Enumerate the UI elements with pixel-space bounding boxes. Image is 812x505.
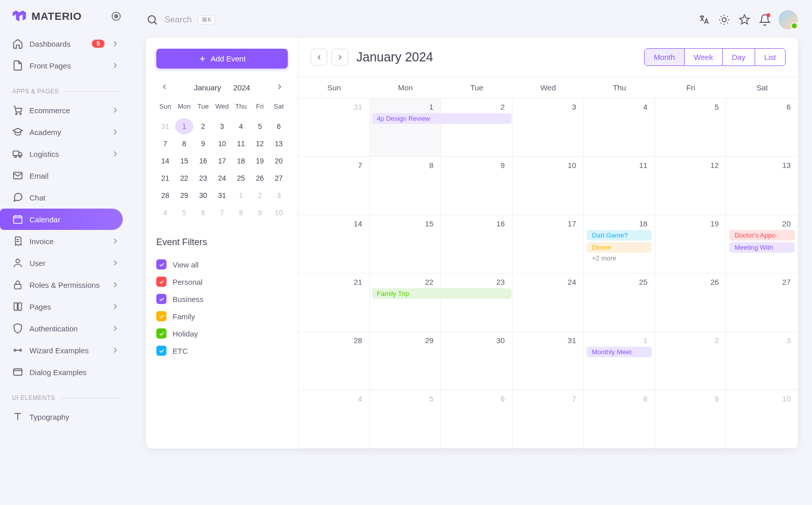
- mini-day[interactable]: 16: [194, 153, 212, 169]
- view-tab-week[interactable]: Week: [684, 49, 722, 65]
- big-date[interactable]: 31: [516, 335, 581, 347]
- mini-day[interactable]: 19: [251, 153, 268, 169]
- mini-day[interactable]: 30: [194, 187, 212, 204]
- big-date[interactable]: 10: [729, 393, 795, 405]
- sidebar-item-email[interactable]: Email: [4, 165, 128, 186]
- sidebar-toggle-icon[interactable]: [112, 12, 121, 21]
- mini-day[interactable]: 27: [270, 170, 288, 186]
- mini-day[interactable]: 9: [251, 205, 268, 221]
- big-date[interactable]: 1: [373, 102, 438, 113]
- sidebar-item-chat[interactable]: Chat: [4, 187, 128, 208]
- big-date[interactable]: 9: [444, 160, 509, 172]
- mini-day[interactable]: 6: [270, 118, 288, 134]
- filter-personal[interactable]: Personal: [156, 273, 288, 290]
- mini-day[interactable]: 9: [194, 136, 212, 152]
- mini-day[interactable]: 22: [175, 170, 193, 186]
- filter-business[interactable]: Business: [156, 290, 288, 308]
- theme-icon[interactable]: [718, 13, 731, 26]
- mini-day[interactable]: 7: [213, 205, 231, 221]
- big-date[interactable]: 19: [658, 218, 723, 230]
- mini-day[interactable]: 11: [232, 136, 250, 152]
- mini-day[interactable]: 26: [251, 170, 268, 186]
- mini-day[interactable]: 1: [175, 118, 193, 134]
- calendar-event[interactable]: Dinner: [587, 242, 652, 253]
- big-date[interactable]: 11: [587, 160, 652, 172]
- sidebar-item-invoice[interactable]: Invoice: [4, 230, 128, 252]
- sidebar-item-authentication[interactable]: Authentication: [4, 318, 128, 339]
- big-date[interactable]: 24: [516, 277, 581, 288]
- mini-day[interactable]: 25: [232, 170, 250, 186]
- mini-day[interactable]: 2: [194, 118, 212, 134]
- mini-day[interactable]: 12: [251, 136, 268, 152]
- mini-day[interactable]: 28: [156, 187, 174, 204]
- big-date[interactable]: 26: [658, 277, 723, 288]
- big-date[interactable]: 8: [587, 393, 652, 405]
- big-date[interactable]: 10: [516, 160, 581, 172]
- calendar-event[interactable]: Meeting With: [729, 242, 795, 253]
- big-date[interactable]: 5: [658, 102, 723, 113]
- calendar-event[interactable]: Doctor's Appo: [729, 230, 795, 241]
- mini-day[interactable]: 7: [156, 136, 174, 152]
- mini-day[interactable]: 10: [270, 205, 288, 221]
- big-date[interactable]: 17: [516, 218, 581, 230]
- star-icon[interactable]: [738, 13, 751, 26]
- mini-prev-button[interactable]: [158, 81, 171, 94]
- mini-day[interactable]: 18: [232, 153, 250, 169]
- calendar-prev-button[interactable]: [311, 49, 327, 65]
- sidebar-item-typography[interactable]: Typography: [4, 406, 128, 427]
- view-tab-list[interactable]: List: [755, 49, 785, 65]
- mini-day[interactable]: 21: [156, 170, 174, 186]
- big-date[interactable]: 4: [301, 393, 366, 405]
- mini-day[interactable]: 31: [156, 118, 174, 134]
- big-date[interactable]: 2: [444, 102, 509, 113]
- view-tab-month[interactable]: Month: [645, 49, 684, 65]
- big-date[interactable]: 14: [301, 218, 366, 230]
- big-date[interactable]: 7: [301, 160, 366, 172]
- mini-next-button[interactable]: [274, 81, 286, 94]
- mini-day[interactable]: 3: [213, 118, 231, 134]
- big-date[interactable]: 28: [301, 335, 366, 347]
- big-date[interactable]: 23: [444, 277, 509, 288]
- big-date[interactable]: 25: [587, 277, 652, 288]
- mini-day[interactable]: 14: [156, 153, 174, 169]
- big-date[interactable]: 27: [729, 277, 795, 288]
- mini-month[interactable]: January: [194, 83, 221, 92]
- sidebar-item-front-pages[interactable]: Front Pages: [4, 55, 128, 76]
- filter-family[interactable]: Family: [156, 308, 288, 325]
- calendar-event[interactable]: 4p Design Review: [372, 113, 512, 124]
- calendar-event[interactable]: Monthly Meet: [587, 347, 652, 357]
- sidebar-item-pages[interactable]: Pages: [4, 296, 128, 317]
- mini-day[interactable]: 3: [270, 187, 288, 204]
- big-date[interactable]: 5: [373, 393, 438, 405]
- mini-day[interactable]: 20: [270, 153, 288, 169]
- big-date[interactable]: 3: [729, 335, 795, 347]
- notifications-icon[interactable]: [758, 13, 771, 26]
- calendar-next-button[interactable]: [331, 49, 348, 65]
- big-date[interactable]: 20: [729, 218, 795, 230]
- calendar-event[interactable]: Family Trip: [372, 288, 512, 299]
- filter-holiday[interactable]: Holiday: [156, 325, 288, 342]
- mini-day[interactable]: 2: [251, 187, 268, 204]
- big-date[interactable]: 15: [373, 218, 438, 230]
- big-date[interactable]: 3: [516, 102, 581, 113]
- mini-day[interactable]: 5: [175, 205, 193, 221]
- big-date[interactable]: 7: [516, 393, 581, 405]
- sidebar-item-calendar[interactable]: Calendar: [0, 209, 123, 230]
- big-date[interactable]: 16: [444, 218, 509, 230]
- sidebar-item-logistics[interactable]: Logistics: [4, 143, 128, 164]
- search[interactable]: Search ⌘K: [146, 14, 690, 26]
- mini-day[interactable]: 5: [251, 118, 268, 134]
- big-date[interactable]: 22: [373, 277, 438, 288]
- big-date[interactable]: 6: [729, 102, 795, 113]
- sidebar-item-dashboards[interactable]: Dashboards5: [4, 33, 128, 54]
- mini-day[interactable]: 13: [270, 136, 288, 152]
- mini-day[interactable]: 23: [194, 170, 212, 186]
- mini-day[interactable]: 17: [213, 153, 231, 169]
- big-date[interactable]: 6: [444, 393, 509, 405]
- mini-day[interactable]: 1: [232, 187, 250, 204]
- big-date[interactable]: 29: [373, 335, 438, 347]
- sidebar-item-ecommerce[interactable]: Ecommerce: [4, 99, 128, 121]
- filter-etc[interactable]: ETC: [156, 342, 288, 359]
- big-date[interactable]: 8: [373, 160, 438, 172]
- big-date[interactable]: 21: [301, 277, 366, 288]
